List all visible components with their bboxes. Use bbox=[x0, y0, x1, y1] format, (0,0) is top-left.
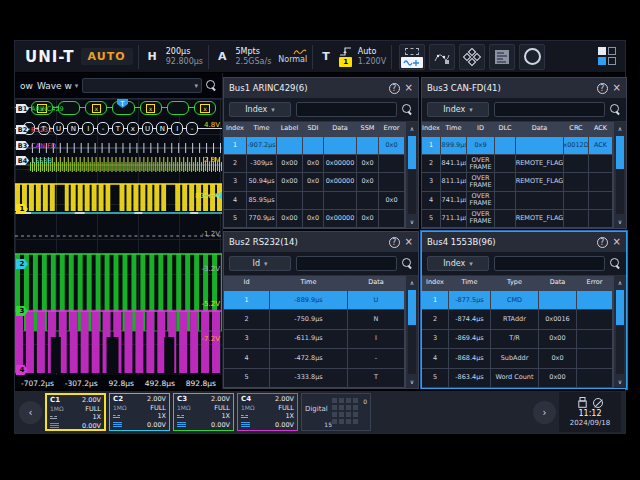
scroll-up-icon[interactable]: ∧ bbox=[614, 122, 626, 135]
scroll-thumb[interactable] bbox=[408, 290, 416, 325]
table-row[interactable]: 2-841.1µsOVER FRAMEREMOTE_FLAG bbox=[422, 155, 613, 173]
filter-input[interactable] bbox=[296, 102, 397, 117]
channel-card-c4[interactable]: C42.00V1MΩFULL1X0.00V bbox=[237, 393, 298, 431]
bus-marker[interactable]: B2 bbox=[16, 125, 29, 134]
scroll-down-icon[interactable]: ∨ bbox=[406, 375, 418, 388]
scroll-down-icon[interactable]: ∨ bbox=[406, 215, 418, 228]
window-titlebar[interactable]: Bus2 RS232(14) ? × bbox=[224, 232, 418, 252]
table-row[interactable]: 5-863.4µsWord Count0x00 bbox=[422, 369, 613, 388]
filter-field-dropdown[interactable]: Index▾ bbox=[427, 256, 489, 271]
expand-right-button[interactable]: › bbox=[533, 401, 556, 424]
close-icon[interactable]: × bbox=[405, 83, 413, 93]
table-row[interactable]: 4-868.4µsSubAddr0x0 bbox=[422, 349, 613, 368]
filter-input[interactable] bbox=[494, 102, 605, 117]
table-row[interactable]: 2-874.4µsRTAddr0x0016 bbox=[422, 310, 613, 329]
waveform-plot[interactable]: T xxxx -TUNI-TxUNI- B1ARINC429B2RS232B3C… bbox=[15, 99, 222, 375]
table-row[interactable]: 2-750.9µsN bbox=[224, 310, 405, 329]
search-icon[interactable] bbox=[402, 104, 413, 115]
bus-marker[interactable]: B4 bbox=[16, 156, 29, 165]
search-icon[interactable] bbox=[402, 258, 413, 269]
help-icon[interactable]: ? bbox=[389, 237, 400, 248]
scroll-down-icon[interactable]: ∨ bbox=[614, 215, 626, 228]
table-row[interactable]: 5770.9µs0x000x00x000000x0 bbox=[224, 210, 405, 228]
channel-card-c2[interactable]: C22.00V1MΩFULL1X0.00V bbox=[109, 393, 170, 431]
close-icon[interactable]: × bbox=[613, 83, 621, 93]
scrollbar[interactable]: ∧ ∨ bbox=[405, 122, 418, 228]
scroll-track[interactable] bbox=[616, 136, 624, 214]
table-row[interactable]: 5-711.1µsOVER FRAMEREMOTE_FLAG bbox=[422, 210, 613, 228]
table-row[interactable]: 5-333.8µsT bbox=[224, 369, 405, 388]
filter-field-dropdown[interactable]: Index▾ bbox=[229, 102, 291, 117]
table-row[interactable]: 3-611.9µsI bbox=[224, 330, 405, 349]
scroll-track[interactable] bbox=[408, 290, 416, 374]
filter-field-dropdown[interactable]: Index▾ bbox=[427, 102, 489, 117]
scroll-track[interactable] bbox=[408, 136, 416, 214]
scroll-thumb[interactable] bbox=[408, 136, 416, 169]
table-row[interactable]: 3-811.1µsOVER FRAMEREMOTE_FLAG bbox=[422, 173, 613, 191]
acquire-settings[interactable]: A 5Mpts 2.5GSa/s Normal bbox=[214, 47, 307, 65]
waveform-tool-button[interactable] bbox=[399, 44, 425, 70]
close-icon[interactable]: × bbox=[405, 237, 413, 247]
bus-marker[interactable]: B1 bbox=[16, 104, 29, 113]
table-row[interactable]: 350.94µs0x000x00x000000x0 bbox=[224, 173, 405, 191]
horizontal-settings[interactable]: H 200µs 92.800µs bbox=[144, 47, 203, 65]
bus-channel-tag[interactable]: B2RS232 bbox=[16, 125, 52, 134]
acquire-menu-key[interactable]: A bbox=[214, 48, 231, 65]
bus-channel-tag[interactable]: B41553B bbox=[16, 156, 52, 165]
window-layout-button[interactable] bbox=[598, 47, 617, 66]
scroll-thumb[interactable] bbox=[616, 290, 624, 325]
table-row[interactable]: 4-741.1µsOVER FRAME bbox=[422, 192, 613, 210]
filter-field-dropdown[interactable]: Id▾ bbox=[229, 256, 291, 271]
scroll-thumb[interactable] bbox=[616, 136, 624, 169]
filter-input[interactable] bbox=[296, 256, 397, 271]
table-row[interactable]: 1-899.9µs0x90x0012D5ACK bbox=[422, 137, 613, 155]
scrollbar[interactable]: ∧ ∨ bbox=[613, 276, 626, 388]
scroll-track[interactable] bbox=[616, 290, 624, 374]
help-icon[interactable]: ? bbox=[597, 83, 608, 94]
digital-channels-panel[interactable]: Digital 0 15 bbox=[301, 393, 371, 431]
collapse-left-button[interactable]: ‹ bbox=[19, 401, 42, 424]
horizontal-menu-key[interactable]: H bbox=[144, 48, 161, 65]
scrollbar[interactable]: ∧ ∨ bbox=[405, 276, 418, 388]
channel-card-c3[interactable]: C32.00V1MΩFULL1X0.00V bbox=[173, 393, 234, 431]
notes-tool-button[interactable] bbox=[489, 44, 515, 70]
run-state-badge[interactable]: AUTO bbox=[81, 48, 133, 65]
scroll-up-icon[interactable]: ∧ bbox=[614, 276, 626, 289]
scroll-down-icon[interactable]: ∨ bbox=[614, 375, 626, 388]
table-row[interactable]: 1-877.5µsCMD bbox=[422, 291, 613, 310]
trigger-menu-key[interactable]: T bbox=[318, 48, 334, 65]
table-row[interactable]: 2-309µs0x000x00x000000x0 bbox=[224, 155, 405, 173]
display-mode-button[interactable] bbox=[459, 44, 485, 70]
window-titlebar[interactable]: Bus1 ARINC429(6) ? × bbox=[224, 78, 418, 98]
measure-tool-button[interactable] bbox=[429, 44, 455, 70]
trigger-settings[interactable]: T 1 Auto 1.200V bbox=[318, 47, 386, 67]
wave-select-dropdown[interactable]: ▾ bbox=[82, 78, 202, 93]
bus-channel-tag[interactable]: B3CAN-FD bbox=[16, 141, 56, 150]
help-icon[interactable]: ? bbox=[597, 237, 608, 248]
search-icon[interactable] bbox=[206, 80, 217, 91]
table-row[interactable]: 1-889.9µsU bbox=[224, 291, 405, 310]
channel-card-c1[interactable]: C12.00V1MΩFULL1X0.00V bbox=[45, 393, 106, 431]
search-icon[interactable] bbox=[610, 258, 621, 269]
filter-input[interactable] bbox=[494, 256, 605, 271]
table-row[interactable]: 4-472.8µs- bbox=[224, 349, 405, 368]
clear-tool-button[interactable] bbox=[519, 44, 545, 70]
scroll-up-icon[interactable]: ∧ bbox=[406, 276, 418, 289]
scrollbar[interactable]: ∧ ∨ bbox=[613, 122, 626, 228]
help-icon[interactable]: ? bbox=[389, 83, 400, 94]
bus-marker[interactable]: B3 bbox=[16, 141, 29, 150]
window-titlebar[interactable]: Bus4 1553B(96) ? × bbox=[422, 232, 626, 252]
table-row[interactable]: 485.95µs0x0 bbox=[224, 192, 405, 210]
wave-type-dropdown[interactable]: Wave w▾ bbox=[37, 81, 78, 91]
table-header-row[interactable]: IdTimeData bbox=[224, 276, 405, 291]
table-header-row[interactable]: IndexTimeLabelSDIDataSSMError bbox=[224, 122, 405, 137]
table-header-row[interactable]: IndexTimeTypeDataError bbox=[422, 276, 613, 291]
bus-channel-tag[interactable]: B1ARINC429 bbox=[16, 104, 64, 113]
scroll-up-icon[interactable]: ∧ bbox=[406, 122, 418, 135]
search-icon[interactable] bbox=[610, 104, 621, 115]
close-icon[interactable]: × bbox=[613, 237, 621, 247]
window-titlebar[interactable]: Bus3 CAN-FD(41) ? × bbox=[422, 78, 626, 98]
table-row[interactable]: 1-907.2µs0x0 bbox=[224, 137, 405, 155]
table-header-row[interactable]: IndexTimeIDDLCDataCRCACK bbox=[422, 122, 613, 137]
table-row[interactable]: 3-869.4µsT/R0x00 bbox=[422, 330, 613, 349]
